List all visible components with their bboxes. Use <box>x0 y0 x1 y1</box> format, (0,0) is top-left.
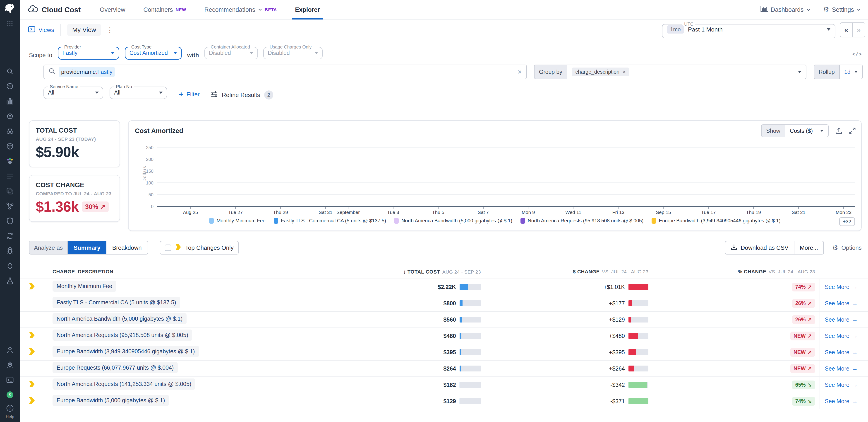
search-clear-icon[interactable]: × <box>518 68 522 76</box>
sidebar-item-apm[interactable] <box>0 110 20 125</box>
time-range-picker[interactable]: UTC 1mo Past 1 Month <box>662 22 835 38</box>
filter-select-plan-no[interactable]: Plan NoAll <box>110 84 167 99</box>
legend-item[interactable]: Fastly TLS - Commercial CA (5 units @ $1… <box>274 218 386 224</box>
export-icon[interactable] <box>835 128 842 134</box>
flag-cell <box>29 283 42 291</box>
current-view-name[interactable]: My View <box>67 24 101 36</box>
sidebar-item-apps-grid[interactable] <box>0 17 20 32</box>
tab-overview[interactable]: Overview <box>100 0 125 20</box>
rollup-select[interactable]: Rollup 1d <box>814 64 862 79</box>
charge-description-link[interactable]: Monthly Minimum Fee <box>53 281 116 292</box>
sidebar-item-error-tracking[interactable] <box>0 244 20 259</box>
sidebar-item-history[interactable] <box>0 80 20 95</box>
sidebar-item-infrastructure[interactable] <box>0 140 20 154</box>
charge-description-link[interactable]: Europe Requests (66,077.9677 units @ $.0… <box>53 362 178 373</box>
code-view-icon[interactable]: </> <box>852 52 862 58</box>
total-cost-value: $480 <box>443 333 456 339</box>
views-button[interactable]: Views <box>28 26 54 34</box>
options-button[interactable]: ⚙ Options <box>832 244 862 251</box>
see-more-link[interactable]: See More→ <box>819 279 863 295</box>
sidebar-item-synthetics[interactable] <box>0 199 20 215</box>
search-query-chip[interactable]: providername:Fastly <box>59 67 115 77</box>
arrow-down-right-icon: ↘ <box>808 382 812 388</box>
x-tick-label: Thu 29 <box>273 209 288 215</box>
sidebar-item-workflows[interactable] <box>0 229 20 244</box>
sidebar-item-getting-started[interactable] <box>0 358 20 373</box>
analyze-as-label: Analyze as <box>29 242 68 254</box>
more-button[interactable]: More... <box>795 241 824 254</box>
percent-change-label: 74% <box>795 398 806 404</box>
legend-item[interactable]: North America Bandwidth (5,000 gigabytes… <box>394 218 512 224</box>
sidebar-item-terminal[interactable] <box>0 373 20 388</box>
scope-select-cost-type[interactable]: Cost TypeCost Amortized <box>125 45 182 60</box>
sidebar-item-security[interactable] <box>0 215 20 229</box>
view-menu-kebab-icon[interactable]: ⋮ <box>104 26 115 34</box>
dollar-change-cell: +$395 <box>481 349 648 356</box>
download-csv-button[interactable]: Download as CSV <box>725 241 795 254</box>
tab-containers[interactable]: ContainersNEW <box>143 0 186 20</box>
see-more-link[interactable]: See More→ <box>819 393 863 409</box>
top-changes-checkbox[interactable] <box>165 245 171 251</box>
column-header-dollar-change[interactable]: $ CHANGEVS. JUL 24 - AUG 23 <box>481 269 648 275</box>
settings-menu[interactable]: ⚙Settings <box>823 6 861 13</box>
views-bar: Views My View ⋮ UTC 1mo Past 1 Month « » <box>20 20 868 40</box>
sidebar-item-logs[interactable] <box>0 170 20 185</box>
column-header-percent-change[interactable]: % CHANGEVS. JUL 24 - AUG 23 <box>648 269 819 275</box>
sidebar-item-profiling[interactable] <box>0 259 20 274</box>
tab-breakdown[interactable]: Breakdown <box>106 242 148 254</box>
cost-change-card: COST CHANGE COMPARED TO JUL 24 - AUG 23 … <box>29 175 120 222</box>
sidebar-item-metrics[interactable] <box>0 95 20 110</box>
datadog-logo[interactable] <box>4 3 16 17</box>
charge-description-link[interactable]: Europe Bandwidth (5,000 gigabytes @ $.1) <box>53 395 169 406</box>
help-button[interactable]: ? Help <box>6 404 14 419</box>
legend-overflow-badge[interactable]: +32 <box>839 217 855 226</box>
see-more-link[interactable]: See More→ <box>819 312 863 328</box>
x-tick-label: Sat 31 <box>319 209 333 215</box>
tab-recommendations[interactable]: RecommendationsBETA <box>204 0 277 20</box>
time-back-button[interactable]: « <box>840 23 852 37</box>
sidebar-item-search[interactable] <box>0 65 20 80</box>
tab-summary[interactable]: Summary <box>68 242 106 254</box>
see-more-link[interactable]: See More→ <box>819 295 863 311</box>
fullscreen-icon[interactable] <box>849 128 856 134</box>
time-forward-button[interactable]: » <box>852 23 865 37</box>
group-by-select[interactable]: Group by charge_description× <box>534 64 806 79</box>
sidebar-item-account[interactable] <box>0 343 20 358</box>
sidebar-item-labs[interactable] <box>0 274 20 289</box>
charge-description-link[interactable]: North America Requests (95,918.508 units… <box>53 330 192 341</box>
name-cell: North America Requests (95,918.508 units… <box>42 330 287 342</box>
charge-description-link[interactable]: North America Bandwidth (5,000 gigabytes… <box>53 313 187 324</box>
legend-item[interactable]: Europe Bandwidth (3,949.340905446 gigaby… <box>652 218 780 224</box>
column-header-total-cost[interactable]: ↓TOTAL COSTAUG 24 - SEP 23 <box>287 269 481 275</box>
tab-explorer[interactable]: Explorer <box>295 0 320 20</box>
select-value: Cost Amortized <box>129 50 168 56</box>
charge-description-link[interactable]: Fastly TLS - Commercial CA (5 units @ $1… <box>53 297 180 308</box>
remove-tag-icon[interactable]: × <box>623 69 625 75</box>
filter-select-service-name[interactable]: Service NameAll <box>43 84 103 99</box>
refine-results-button[interactable]: Refine Results 2 <box>211 90 273 100</box>
see-more-link[interactable]: See More→ <box>819 361 863 376</box>
legend-item[interactable]: Monthly Minimum Fee <box>209 218 265 224</box>
select-legend: Container Allocated <box>209 45 252 50</box>
sidebar-item-cloud-cost[interactable]: $ <box>0 388 20 403</box>
charge-description-link[interactable]: North America Requests (141,253.334 unit… <box>53 378 195 390</box>
chart-show-select[interactable]: Show Costs ($) <box>761 124 829 137</box>
scope-select-usage-charges-only: Usage Charges OnlyDisabled <box>263 45 322 59</box>
top-changes-toggle[interactable]: Top Changes Only <box>160 241 239 254</box>
dashboards-menu[interactable]: Dashboards <box>760 6 810 14</box>
sidebar-item-watchdog[interactable] <box>0 125 20 140</box>
sidebar-item-llm-observability[interactable] <box>0 154 20 170</box>
add-filter-button[interactable]: + Filter <box>179 90 200 98</box>
column-header-charge-description[interactable]: CHARGE_DESCRIPTION <box>42 269 287 275</box>
see-more-link[interactable]: See More→ <box>819 344 863 360</box>
scope-select-provider[interactable]: ProviderFastly <box>58 45 119 60</box>
search-input[interactable]: providername:Fastly × <box>43 64 527 79</box>
sidebar-item-ci-cd[interactable] <box>0 185 20 199</box>
percent-change-label: NEW <box>794 366 806 372</box>
see-more-link[interactable]: See More→ <box>819 377 863 393</box>
dollar-change-value: -$371 <box>610 398 625 404</box>
plus-icon: + <box>179 90 183 98</box>
legend-item[interactable]: North America Requests (95,918.508 units… <box>521 218 644 224</box>
see-more-link[interactable]: See More→ <box>819 328 863 344</box>
charge-description-link[interactable]: Europe Bandwidth (3,949.340905446 gigaby… <box>53 346 199 357</box>
